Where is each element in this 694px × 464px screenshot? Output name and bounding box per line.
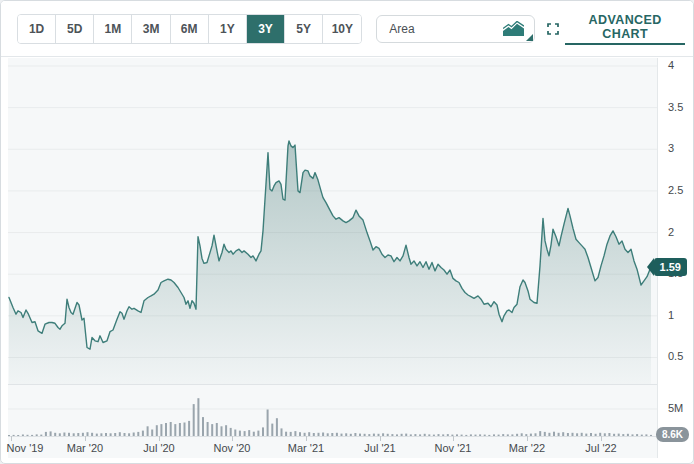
y-axis-label: 3	[668, 142, 674, 154]
advanced-chart-link[interactable]: ADVANCED CHART	[547, 13, 685, 45]
x-axis-label: Jul '22	[579, 442, 623, 454]
last-volume-badge: 8.6K	[656, 427, 689, 442]
expand-icon	[547, 23, 559, 35]
chart-type-select[interactable]: Area	[376, 15, 535, 43]
x-axis-label: Jul '20	[137, 442, 181, 454]
time-range-group: 1D5D1M3M6M1Y3Y5Y10Y	[17, 14, 362, 44]
chart-plot-area[interactable]	[8, 58, 658, 436]
volume-axis-label: 5M	[668, 402, 683, 414]
chart-type-value: Area	[389, 22, 503, 36]
y-axis-label: 0.5	[668, 350, 683, 362]
range-button-5d[interactable]: 5D	[56, 15, 94, 43]
range-button-3m[interactable]: 3M	[132, 15, 170, 43]
last-price-badge: 1.59	[654, 258, 687, 276]
stock-chart-widget: 1D5D1M3M6M1Y3Y5Y10Y Area ADVANCED	[0, 0, 694, 464]
y-axis-label: 2	[668, 226, 674, 238]
x-axis-label: Jul '21	[358, 442, 402, 454]
y-axis-label: 4	[668, 59, 674, 71]
x-axis-label: Nov '21	[431, 442, 475, 454]
range-button-5y[interactable]: 5Y	[285, 15, 323, 43]
range-button-6m[interactable]: 6M	[171, 15, 209, 43]
range-button-1m[interactable]: 1M	[94, 15, 132, 43]
y-axis-label: 3.5	[668, 101, 683, 113]
y-axis-label: 1	[668, 309, 674, 321]
select-corner-grip-icon	[526, 34, 533, 41]
x-axis-label: Mar '22	[505, 442, 549, 454]
range-button-1y[interactable]: 1Y	[209, 15, 247, 43]
range-button-1d[interactable]: 1D	[18, 15, 56, 43]
y-axis-label: 2.5	[668, 184, 683, 196]
x-axis-label: Nov '20	[210, 442, 254, 454]
range-button-10y[interactable]: 10Y	[323, 15, 361, 43]
range-button-3y[interactable]: 3Y	[247, 15, 285, 43]
chart-toolbar: 1D5D1M3M6M1Y3Y5Y10Y Area ADVANCED	[1, 1, 693, 57]
x-axis-label: Mar '21	[284, 442, 328, 454]
area-chart-icon	[503, 21, 524, 36]
advanced-chart-label: ADVANCED CHART	[565, 13, 685, 45]
x-axis-label: Nov '19	[3, 442, 47, 454]
x-axis-label: Mar '20	[63, 442, 107, 454]
